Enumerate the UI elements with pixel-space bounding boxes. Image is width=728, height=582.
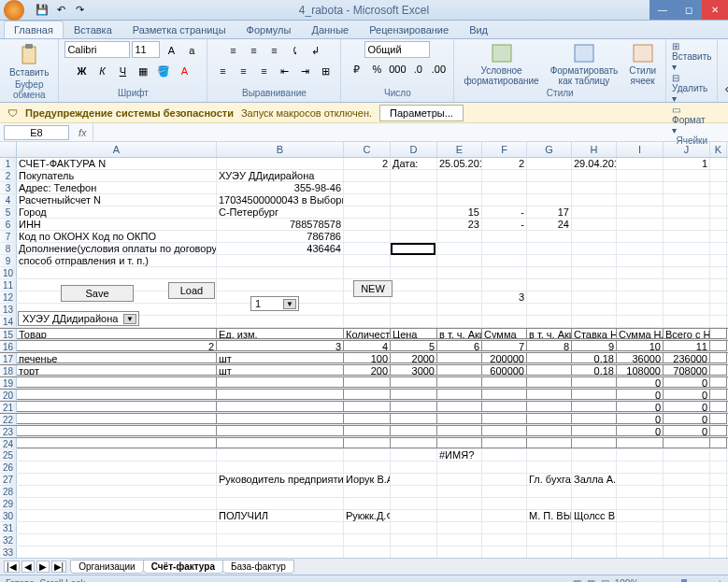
row-header[interactable]: 22	[0, 414, 17, 424]
cell-E14[interactable]	[437, 316, 482, 327]
cell-G30[interactable]: М. П. ВЫДАЛ	[527, 510, 572, 521]
cell-C20[interactable]	[344, 390, 391, 400]
cell-J32[interactable]	[664, 534, 710, 546]
cell-J15[interactable]: Всего с НДС	[664, 329, 710, 339]
cell-F17[interactable]: 200000	[482, 353, 527, 363]
cell-J12[interactable]	[664, 291, 710, 303]
wrap-text-icon[interactable]: ↲	[306, 41, 324, 60]
cell-H6[interactable]	[572, 219, 617, 230]
column-header-B[interactable]: B	[217, 142, 344, 157]
cell-K32[interactable]	[710, 534, 727, 546]
row-header[interactable]: 23	[0, 426, 17, 436]
cell-I20[interactable]: 0	[617, 390, 664, 400]
cell-I2[interactable]	[617, 170, 664, 181]
increase-indent-icon[interactable]: ⇥	[295, 62, 314, 80]
row-header[interactable]: 8	[0, 243, 17, 254]
sheet-nav-button[interactable]: |◀	[4, 561, 20, 573]
cell-D11[interactable]	[391, 279, 437, 291]
cell-F10[interactable]	[482, 267, 527, 278]
sheet-nav-button[interactable]: ▶	[36, 561, 50, 573]
cell-B26[interactable]	[217, 461, 344, 473]
cell-C22[interactable]	[344, 414, 391, 424]
delete-cells-button[interactable]: ⊟ Удалить ▾	[672, 73, 711, 104]
select-all-button[interactable]	[0, 142, 17, 157]
cell-E26[interactable]	[437, 461, 482, 473]
save-button[interactable]: Save	[61, 285, 134, 302]
cell-A6[interactable]: ИНН	[17, 219, 217, 230]
ribbon-tab-1[interactable]: Вставка	[64, 21, 122, 38]
cell-E2[interactable]	[437, 170, 482, 181]
cell-K7[interactable]	[710, 231, 727, 242]
cell-F1[interactable]: 2	[482, 158, 527, 169]
cell-J23[interactable]: 0	[664, 426, 710, 436]
cell-C15[interactable]: Количество	[344, 329, 391, 339]
cell-B3[interactable]: 355-98-46	[217, 182, 344, 193]
cell-D5[interactable]	[391, 206, 437, 218]
align-left-icon[interactable]: ≡	[213, 62, 232, 80]
cell-B18[interactable]: шт	[217, 365, 344, 376]
cell-K30[interactable]	[710, 510, 727, 521]
cell-E15[interactable]: в т. ч. Акциз	[437, 329, 482, 339]
cell-I29[interactable]	[617, 498, 664, 509]
cell-B20[interactable]	[217, 390, 344, 400]
cell-G11[interactable]	[527, 279, 572, 291]
load-button[interactable]: Load	[168, 282, 215, 299]
cell-D29[interactable]	[391, 498, 437, 509]
cell-E1[interactable]: 25.05.2014	[437, 158, 482, 169]
sheet-nav-button[interactable]: ◀	[21, 561, 35, 573]
cell-K6[interactable]	[710, 219, 727, 230]
view-layout-icon[interactable]: ▥	[587, 578, 595, 582]
cell-F5[interactable]: -	[482, 206, 527, 218]
cell-B30[interactable]: ПОЛУЧИЛ	[217, 510, 344, 521]
cell-F13[interactable]	[482, 304, 527, 315]
cell-B10[interactable]	[217, 267, 344, 278]
cell-K22[interactable]	[710, 414, 727, 424]
cell-G20[interactable]	[527, 390, 572, 400]
cell-A9[interactable]: способ отправления и т. п.)	[17, 255, 217, 266]
cell-I26[interactable]	[617, 461, 664, 473]
cell-I13[interactable]	[617, 304, 664, 315]
sheet-tab-2[interactable]: База-фактур	[222, 560, 294, 574]
column-header-F[interactable]: F	[482, 142, 527, 157]
cell-A5[interactable]: Город	[17, 206, 217, 218]
cell-A21[interactable]	[17, 402, 217, 412]
cell-J16[interactable]: 11	[664, 341, 710, 351]
font-size-combo[interactable]	[132, 41, 160, 58]
cell-K27[interactable]	[710, 474, 727, 485]
cell-E22[interactable]	[437, 414, 482, 424]
cell-C8[interactable]	[344, 243, 391, 254]
ribbon-tab-2[interactable]: Разметка страницы	[122, 21, 236, 38]
cell-H2[interactable]	[572, 170, 617, 181]
cell-D28[interactable]	[391, 486, 437, 497]
cell-K8[interactable]	[710, 243, 727, 254]
cell-C14[interactable]	[344, 316, 391, 327]
cell-E11[interactable]	[437, 279, 482, 291]
clear-icon[interactable]: ⌫	[723, 80, 728, 99]
cell-E25[interactable]: #ИМЯ?	[437, 449, 482, 461]
cell-D8[interactable]	[391, 243, 437, 254]
cell-H21[interactable]	[572, 402, 617, 412]
cell-B1[interactable]	[217, 158, 344, 169]
cell-I7[interactable]	[617, 231, 664, 242]
cell-H31[interactable]	[572, 522, 617, 533]
cell-F8[interactable]	[482, 243, 527, 254]
ribbon-tab-3[interactable]: Формулы	[236, 21, 302, 38]
spreadsheet-grid[interactable]: Save Load NEW 1 ХУЭУ ДДидирайона 1СЧЕТ-Ф…	[0, 158, 728, 558]
cell-B6[interactable]: 788578578	[217, 219, 344, 230]
cell-K17[interactable]	[710, 353, 727, 363]
column-header-J[interactable]: J	[664, 142, 710, 157]
cell-C25[interactable]	[344, 449, 391, 461]
cell-F21[interactable]	[482, 402, 527, 412]
cell-F25[interactable]	[482, 449, 527, 461]
cell-H26[interactable]	[572, 461, 617, 473]
cell-E27[interactable]	[437, 474, 482, 485]
cell-D7[interactable]	[391, 231, 437, 242]
cell-I11[interactable]	[617, 279, 664, 291]
currency-icon[interactable]: ₽	[347, 60, 365, 78]
cell-E30[interactable]	[437, 510, 482, 521]
cell-H29[interactable]	[572, 498, 617, 509]
number-format-combo[interactable]	[364, 41, 430, 58]
cell-I25[interactable]	[617, 449, 664, 461]
cell-E31[interactable]	[437, 522, 482, 533]
font-name-combo[interactable]	[64, 41, 130, 58]
